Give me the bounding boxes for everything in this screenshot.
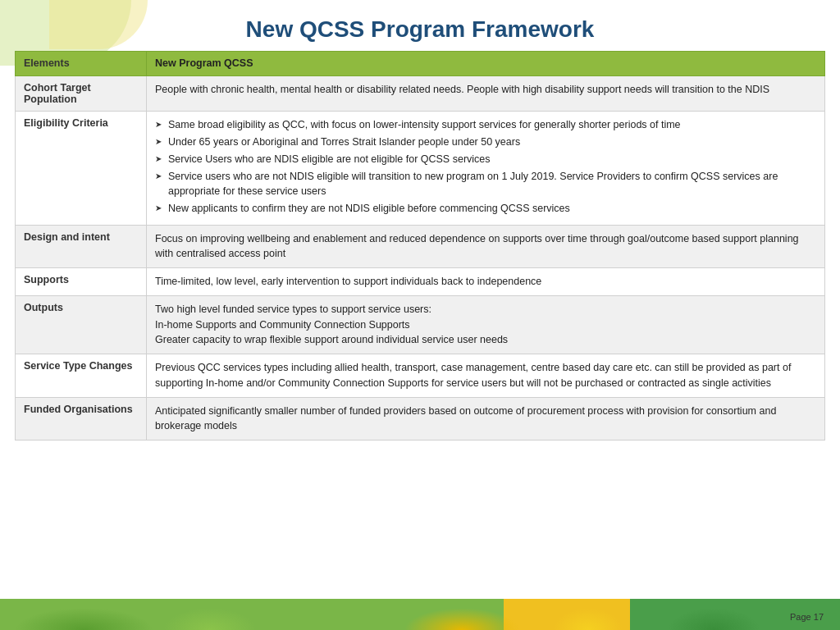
page-number: Page 17	[790, 612, 824, 622]
element-label: Cohort Target Population	[16, 75, 147, 111]
table-row: Cohort Target PopulationPeople with chro…	[16, 75, 825, 111]
table-row: Design and intentFocus on improving well…	[16, 225, 825, 268]
list-item: New applicants to confirm they are not N…	[155, 201, 816, 216]
element-content: Two high level funded service types to s…	[147, 295, 825, 354]
table-row: SupportsTime-limited, low level, early i…	[16, 268, 825, 296]
element-content: People with chronic health, mental healt…	[147, 75, 825, 111]
list-item: Same broad eligibility as QCC, with focu…	[155, 117, 816, 132]
table-row: Service Type ChangesPrevious QCC service…	[16, 354, 825, 398]
element-label: Outputs	[16, 295, 147, 354]
list-item: Service Users who are NDIS eligible are …	[155, 152, 816, 167]
header-new-program: New Program QCSS	[147, 52, 825, 76]
table-row: OutputsTwo high level funded service typ…	[16, 295, 825, 354]
table-header-row: Elements New Program QCSS	[16, 52, 825, 76]
element-content: Focus on improving wellbeing and enablem…	[147, 225, 825, 268]
page-title: New QCSS Program Framework	[15, 10, 825, 43]
element-content: Anticipated significantly smaller number…	[147, 397, 825, 441]
content-wrapper: New QCSS Program Framework Elements New …	[0, 0, 840, 630]
header-elements: Elements	[16, 52, 147, 76]
list-item: Under 65 years or Aboriginal and Torres …	[155, 135, 816, 149]
element-label: Design and intent	[16, 225, 147, 268]
table-row: Funded OrganisationsAnticipated signific…	[16, 397, 825, 441]
element-content: Same broad eligibility as QCC, with focu…	[147, 111, 825, 225]
framework-table: Elements New Program QCSS Cohort Target …	[15, 51, 825, 441]
element-label: Eligibility Criteria	[16, 111, 147, 225]
element-content: Previous QCC services types including al…	[147, 354, 825, 398]
element-label: Supports	[16, 268, 147, 296]
element-label: Funded Organisations	[16, 397, 147, 441]
element-label: Service Type Changes	[16, 354, 147, 398]
element-content: Time-limited, low level, early intervent…	[147, 268, 825, 296]
list-item: Service users who are not NDIS eligible …	[155, 169, 816, 199]
table-row: Eligibility CriteriaSame broad eligibili…	[16, 111, 825, 225]
